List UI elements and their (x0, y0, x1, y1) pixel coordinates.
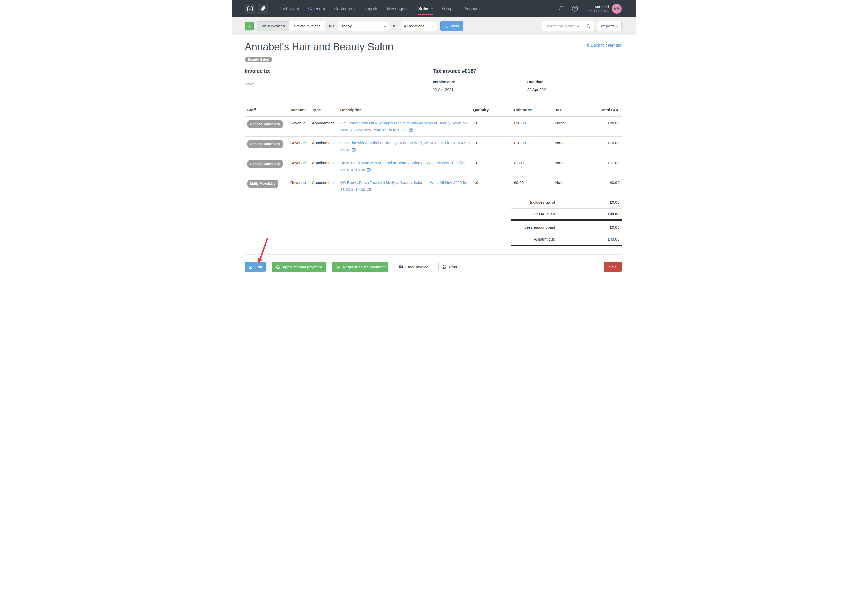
email-invoice-button[interactable]: Email invoice (395, 262, 432, 272)
caret-down-icon: ▾ (482, 8, 483, 10)
invoice-to-heading: Invoice to: (245, 68, 433, 74)
nav-menu: Dashboard Calendar Customers Reports Mes… (274, 0, 487, 17)
for-label: for (329, 23, 334, 29)
add-invoice-button[interactable] (245, 22, 254, 30)
nav-item-calendar[interactable]: Calendar (304, 0, 330, 17)
customer-group-badge: Beauty Salon (245, 57, 272, 62)
invoice-search (542, 21, 594, 31)
nav-item-setup[interactable]: Setup▾ (437, 0, 460, 17)
avatar[interactable]: AM (612, 4, 622, 14)
user-menu[interactable]: Annabel BEAUTY SALON (586, 5, 609, 13)
table-header: Staff Account Type Description Quantity … (245, 106, 622, 117)
invoice-date-label: Invoice date (433, 79, 527, 84)
includes-tax-label: Includes tax of (511, 200, 555, 204)
col-account: Account (290, 107, 312, 112)
tax-cell: None (555, 159, 601, 166)
request-online-payment-button[interactable]: Request online payment (332, 262, 389, 272)
col-type: Type (312, 107, 341, 112)
apply-manual-payment-button[interactable]: Apply manual payment (272, 262, 326, 272)
at-label: at (393, 23, 397, 29)
view-invoices-tab[interactable]: View invoices (257, 21, 290, 31)
print-button[interactable]: Print (438, 262, 461, 272)
new-appointment-button[interactable] (245, 4, 255, 14)
quantity-cell: 1.0 (473, 139, 514, 146)
nav-item-sales[interactable]: Sales▾ (414, 0, 437, 17)
appointment-link[interactable]: HD Brows Patch Test with Molly at Beauty… (341, 180, 471, 192)
check-square-icon (276, 265, 280, 269)
total-cell: £10.00 (601, 139, 622, 146)
reports-dropdown-button[interactable]: Reports ▾ (597, 21, 622, 31)
sell-product-button[interactable] (258, 4, 268, 14)
bell-icon[interactable] (558, 5, 565, 12)
nav-item-reports[interactable]: Reports (359, 0, 383, 17)
edit-button[interactable]: Edit (245, 262, 266, 272)
unit-price-cell: £28.00 (514, 120, 555, 126)
view-button[interactable]: View (440, 21, 463, 31)
appointment-link[interactable]: Gel Polish Soak Off & Reapply Manicure w… (341, 121, 467, 132)
col-description: Description (341, 107, 473, 112)
chevron-down-icon (384, 24, 386, 27)
search-icon (444, 24, 448, 28)
table-row: Annabel Mawdsley Revenue Appointment Gel… (245, 117, 622, 137)
quantity-cell: 1.0 (473, 179, 514, 186)
nav-item-dashboard[interactable]: Dashboard (274, 0, 304, 17)
date-filter-select[interactable]: Today (338, 21, 389, 31)
invoice-detail: Annabel's Hair and Beauty Salon Back to … (232, 35, 636, 272)
account-cell: Revenue (290, 159, 312, 166)
edit-icon (249, 265, 253, 269)
calendar-icon (352, 148, 356, 152)
type-cell: Appointment (312, 139, 341, 146)
staff-badge: Molly Mawdsley (247, 180, 278, 188)
invoices-toolbar: View invoices Create invoices for Today … (232, 17, 636, 35)
invoice-mode-switch: View invoices Create invoices (257, 21, 325, 31)
create-invoices-tab[interactable]: Create invoices (290, 21, 325, 31)
back-to-calendar-link[interactable]: Back to calendar (586, 43, 622, 48)
account-cell: Revenue (290, 179, 312, 186)
customer-link[interactable]: Belle (245, 82, 253, 86)
staff-badge: Annabel Mawdsley (247, 160, 283, 168)
account-cell: Revenue (290, 139, 312, 146)
due-date-value: 22 Apr 2021 (527, 87, 622, 92)
col-quantity: Quantity (473, 107, 514, 112)
printer-icon (442, 264, 447, 269)
col-staff: Staff (245, 107, 290, 112)
calendar-icon (367, 187, 371, 192)
top-navbar: Dashboard Calendar Customers Reports Mes… (232, 0, 636, 17)
appointment-link[interactable]: Lash Tint with Annabel at Beauty Salon o… (341, 141, 470, 152)
void-button[interactable]: Void (604, 262, 622, 272)
invoice-page: Dashboard Calendar Customers Reports Mes… (232, 0, 636, 284)
less-paid-label: Less amount paid (511, 225, 555, 229)
col-total: Total GBP (601, 107, 622, 112)
total-gbp-label: TOTAL GBP (511, 212, 555, 216)
totals-summary: Includes tax of £0.00 TOTAL GBP £49.00 L… (511, 196, 622, 245)
caret-down-icon: ▾ (431, 8, 432, 10)
nav-item-account[interactable]: Account▾ (460, 0, 487, 17)
plus-icon (247, 24, 251, 28)
user-org: BEAUTY SALON (586, 9, 609, 12)
nav-item-messages[interactable]: Messages▾ (383, 0, 414, 17)
table-row: Molly Mawdsley Revenue Appointment HD Br… (245, 176, 622, 196)
location-filter-select[interactable]: All locations (401, 21, 437, 31)
unit-price-cell: £10.00 (514, 139, 555, 146)
calendar-icon (409, 128, 413, 132)
search-icon (586, 24, 591, 28)
nav-item-customers[interactable]: Customers (330, 0, 359, 17)
search-button[interactable] (583, 21, 594, 31)
help-icon[interactable]: ? (571, 5, 578, 12)
staff-badge: Annabel Mawdsley (247, 140, 283, 148)
col-unit-price: Unit price (514, 107, 555, 112)
calendar-icon (367, 168, 371, 172)
invoice-date-value: 22 Apr 2021 (433, 87, 527, 92)
table-row: Annabel Mawdsley Revenue Appointment Las… (245, 137, 622, 156)
staff-badge: Annabel Mawdsley (247, 120, 283, 128)
type-cell: Appointment (312, 120, 341, 126)
quantity-cell: 1.0 (473, 120, 514, 126)
total-cell: £0.00 (601, 179, 622, 186)
amount-due-label: Amount due (511, 237, 555, 241)
includes-tax-value: £0.00 (555, 200, 620, 204)
user-name: Annabel (586, 5, 609, 9)
tag-icon (260, 6, 266, 12)
appointment-link[interactable]: Brow Tint & Wax with Annabel at Beauty S… (341, 160, 468, 172)
total-gbp-value: £49.00 (555, 212, 620, 216)
search-input[interactable] (542, 21, 583, 31)
